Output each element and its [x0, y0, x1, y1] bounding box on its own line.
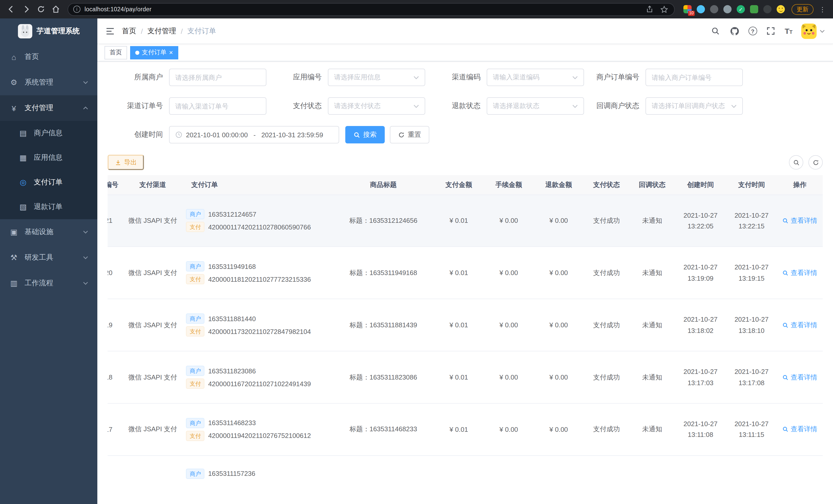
refresh-table-icon[interactable] [808, 155, 823, 170]
pay-order-no: 4200001174202110278060590766 [208, 223, 311, 231]
breadcrumb-current: 支付订单 [188, 26, 216, 35]
export-button[interactable]: 导出 [108, 155, 144, 170]
breadcrumb-pay-mgmt[interactable]: 支付管理 [147, 26, 176, 35]
refund-status-select[interactable]: 请选择退款状态 [487, 97, 584, 115]
share-icon[interactable] [644, 4, 655, 14]
extension-colorful-icon[interactable]: 10 [684, 5, 692, 13]
sidebar-item-pay-order[interactable]: ◎ 支付订单 [0, 170, 97, 195]
search-icon [783, 270, 789, 276]
cell-paid: 2021-10-27 13:17:08 [726, 351, 777, 403]
extension-emoji-icon[interactable] [777, 5, 785, 13]
view-detail-link[interactable]: 查看详情 [783, 216, 817, 225]
search-icon[interactable] [710, 26, 720, 36]
hamburger-icon[interactable] [105, 27, 115, 35]
field-label: 商户订单编号 [584, 73, 645, 82]
table-row[interactable]: 18 微信 JSAPI 支付 商户1635311823086 支付4200001… [108, 351, 823, 403]
cell-title: 标题：1635311949168 [333, 247, 434, 299]
cell-paid: 2021-10-27 13:11:15 [726, 403, 777, 456]
yen-icon: ¥ [9, 104, 19, 113]
cell-order: 商户1635311881440 支付4200001173202110272847… [184, 299, 333, 351]
help-icon[interactable]: ? [748, 27, 757, 35]
sidebar-item-workflow[interactable]: ▥ 工作流程 [0, 270, 97, 296]
close-icon[interactable]: × [169, 49, 173, 56]
reset-button[interactable]: 重置 [390, 126, 429, 143]
sidebar-item-app-info[interactable]: ▦ 应用信息 [0, 145, 97, 170]
table-row[interactable]: 19 微信 JSAPI 支付 商户1635311881440 支付4200001… [108, 299, 823, 351]
caret-down-icon [820, 29, 825, 32]
view-detail-link[interactable]: 查看详情 [783, 320, 817, 330]
chevron-down-icon [83, 256, 88, 259]
cell-amount: ¥ 0.01 [434, 351, 484, 403]
extension-chat-icon[interactable] [750, 5, 758, 13]
top-navbar: 首页 / 支付管理 / 支付订单 ? TT [97, 19, 833, 44]
channel-order-no-input[interactable] [169, 97, 266, 115]
merchant-input[interactable] [169, 69, 266, 86]
merchant-order-no-input[interactable] [645, 69, 743, 86]
breadcrumb-home[interactable]: 首页 [122, 26, 136, 35]
extension-check-icon[interactable]: ✓ [737, 5, 745, 13]
tab-pay-order[interactable]: 支付订单 × [130, 46, 178, 59]
back-icon[interactable] [6, 4, 16, 14]
cell-paid: 2021-10-27 13:18:10 [726, 299, 777, 351]
date-range-input[interactable]: 2021-10-01 00:00:00 - 2021-10-31 23:59:5… [169, 126, 339, 143]
cell-paid: 2021-10-27 13:19:15 [726, 247, 777, 299]
cell-notify: 未通知 [629, 247, 675, 299]
pay-order-no: 4200001173202110272847982104 [208, 328, 311, 335]
app-logo[interactable]: 芋道管理系统 [0, 19, 97, 44]
fullscreen-icon[interactable] [766, 26, 776, 36]
table-row[interactable]: 21 微信 JSAPI 支付 商户1635312124657 支付4200001… [108, 195, 823, 247]
tab-home[interactable]: 首页 [104, 46, 127, 59]
extension-drop-icon[interactable] [697, 5, 705, 13]
site-info-icon[interactable]: i [73, 6, 80, 13]
filter-pay-status: 支付状态 请选择支付状态 [266, 97, 425, 115]
field-label: 退款状态 [425, 101, 487, 111]
font-size-icon[interactable]: TT [785, 27, 792, 35]
chrome-update-button[interactable]: 更新 [791, 4, 813, 15]
sidebar-item-system[interactable]: ⚙ 系统管理 [0, 70, 97, 95]
extension-pin-icon[interactable] [763, 5, 771, 13]
table-row-partial[interactable]: 商户1635311157236 [108, 456, 823, 492]
select-placeholder: 请选择退款状态 [493, 101, 570, 111]
channel-code-select[interactable]: 请输入渠道编码 [487, 69, 584, 86]
avatar[interactable] [801, 23, 817, 39]
cell-channel: 微信 JSAPI 支付 [121, 351, 184, 403]
gear-icon: ⚙ [9, 78, 19, 87]
address-bar[interactable]: i localhost:1024/pay/order [68, 3, 675, 16]
filter-create-time: 创建时间 2021-10-01 00:00:00 - 2021-10-31 23… [108, 126, 339, 143]
view-detail-link[interactable]: 查看详情 [783, 425, 817, 434]
show-search-toggle-icon[interactable] [789, 155, 803, 170]
sidebar-item-merchant-info[interactable]: ▤ 商户信息 [0, 121, 97, 145]
briefcase-icon: ▥ [9, 279, 19, 288]
browser-home-icon[interactable] [51, 4, 61, 14]
reload-icon[interactable] [36, 4, 46, 14]
sidebar-item-home[interactable]: ⌂ 首页 [0, 44, 97, 70]
sidebar-item-dev-tools[interactable]: ⚒ 研发工具 [0, 245, 97, 270]
app-select[interactable]: 请选择应用信息 [328, 69, 425, 86]
table-row[interactable]: 20 微信 JSAPI 支付 商户1635311949168 支付4200001… [108, 247, 823, 299]
cell-fee: ¥ 0.00 [484, 403, 534, 456]
github-icon[interactable] [729, 26, 739, 36]
home-icon: ⌂ [9, 52, 19, 61]
bookmark-star-icon[interactable] [659, 4, 669, 14]
merchant-order-no: 1635311881440 [208, 315, 256, 322]
tab-label: 支付订单 [142, 48, 166, 57]
browser-menu-icon[interactable]: ⋮ [818, 5, 827, 13]
sidebar-item-infra[interactable]: ▣ 基础设施 [0, 219, 97, 245]
sidebar-item-payment[interactable]: ¥ 支付管理 [0, 95, 97, 121]
user-menu[interactable] [801, 23, 825, 39]
view-detail-link[interactable]: 查看详情 [783, 373, 817, 382]
cell-id: 21 [108, 195, 121, 247]
extension-globe-icon[interactable] [710, 5, 718, 13]
extension-circle-icon[interactable] [723, 5, 732, 13]
notify-status-select[interactable]: 请选择订单回调商户状态 [645, 97, 743, 115]
pay-status-select[interactable]: 请选择支付状态 [328, 97, 425, 115]
table-row[interactable]: 17 微信 JSAPI 支付 商户1635311468233 支付4200001… [108, 403, 823, 456]
chevron-down-icon [572, 104, 578, 108]
merchant-tag: 商户 [186, 469, 205, 479]
payment-submenu: ▤ 商户信息 ▦ 应用信息 ◎ 支付订单 ▧ 退款订单 [0, 121, 97, 219]
forward-icon[interactable] [21, 4, 31, 14]
sidebar-item-refund-order[interactable]: ▧ 退款订单 [0, 195, 97, 219]
view-detail-link[interactable]: 查看详情 [783, 268, 817, 278]
merchant-tag: 商户 [186, 366, 205, 376]
search-button[interactable]: 搜索 [345, 126, 385, 143]
